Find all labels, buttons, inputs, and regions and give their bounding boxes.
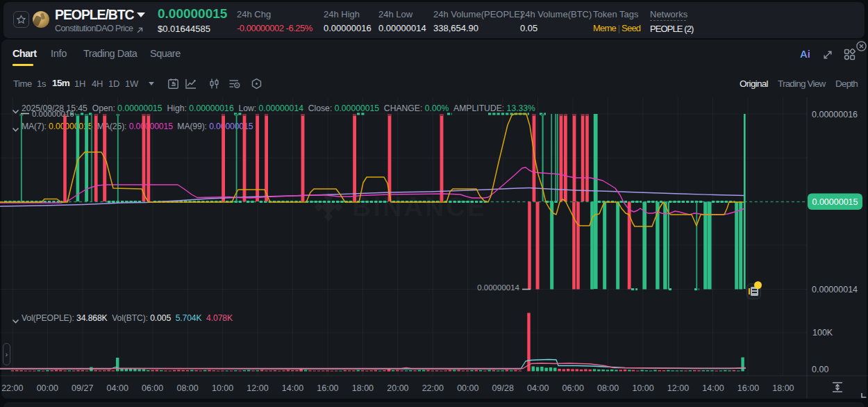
svg-text:18:00: 18:00 [352,383,374,393]
svg-text:12:00: 12:00 [247,383,268,393]
svg-text:100K: 100K [812,328,833,338]
svg-text:00:00: 00:00 [457,383,478,393]
svg-text:20:00: 20:00 [387,383,408,393]
svg-text:09/28: 09/28 [492,383,514,393]
svg-text:04:00: 04:00 [107,383,128,393]
svg-text:10:00: 10:00 [632,383,653,393]
svg-text:0.00: 0.00 [812,365,828,374]
svg-text:22:00: 22:00 [1,383,23,393]
svg-text:08:00: 08:00 [176,383,198,393]
svg-text:22:00: 22:00 [422,383,444,393]
svg-text:0.00000016: 0.00000016 [32,110,74,118]
svg-text:06:00: 06:00 [142,383,163,393]
svg-text:06:00: 06:00 [562,383,584,393]
svg-text:0.00000014: 0.00000014 [812,285,858,294]
svg-text:09/27: 09/27 [72,383,93,393]
svg-text:12:00: 12:00 [667,383,689,393]
svg-text:0.00000015: 0.00000015 [812,197,858,207]
svg-text:14:00: 14:00 [702,383,724,393]
svg-text:0.00000016: 0.00000016 [812,110,858,119]
svg-text:04:00: 04:00 [527,383,549,393]
svg-text:16:00: 16:00 [317,383,338,393]
svg-text:00:00: 00:00 [37,383,58,393]
svg-text:08:00: 08:00 [597,383,619,393]
svg-text:10:00: 10:00 [212,383,233,393]
svg-text:0.00000014: 0.00000014 [477,283,519,292]
svg-text:16:00: 16:00 [737,383,759,393]
svg-text:14:00: 14:00 [282,383,303,393]
svg-text:18:00: 18:00 [772,383,794,393]
